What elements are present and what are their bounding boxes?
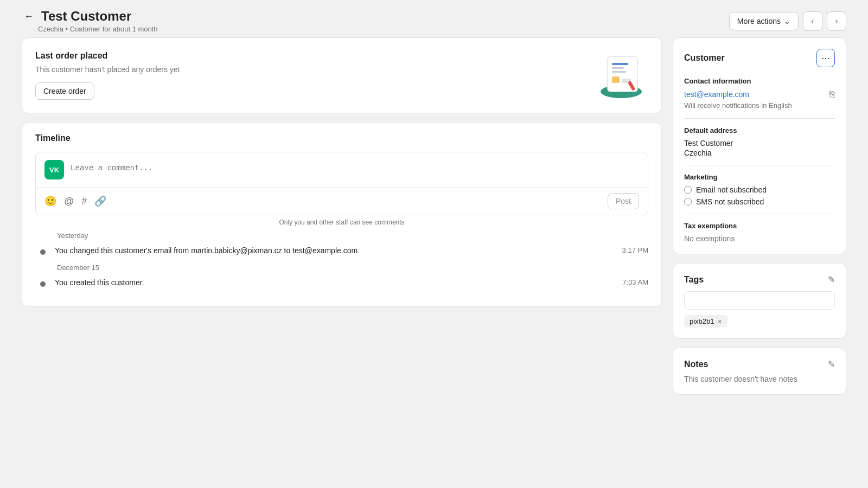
divider — [684, 118, 835, 119]
comment-icons: 🙂 @ # 🔗 — [44, 195, 106, 207]
timeline-card: Timeline VK 🙂 @ # 🔗 Post — [22, 122, 662, 307]
divider — [684, 165, 835, 165]
timeline-event-time: 7:03 AM — [622, 278, 648, 286]
address-country: Czechia — [684, 149, 835, 157]
notes-panel: Notes ✎ This customer doesn't have notes — [673, 348, 846, 395]
chevron-right-icon: › — [835, 16, 838, 26]
staff-note: Only you and other staff can see comment… — [35, 215, 648, 227]
next-button[interactable]: › — [827, 11, 846, 31]
chevron-left-icon: ‹ — [811, 16, 814, 26]
last-order-description: This customer hasn't placed any orders y… — [35, 65, 180, 74]
contact-notification: Will receive notifications in English — [684, 101, 835, 110]
notes-panel-title: Notes — [684, 359, 708, 369]
tag-chip: pixb2b1 × — [684, 315, 727, 328]
back-button[interactable]: ← — [22, 10, 36, 23]
tax-section-title: Tax exemptions — [684, 222, 835, 230]
prev-button[interactable]: ‹ — [803, 11, 822, 31]
marketing-section-title: Marketing — [684, 173, 835, 181]
tags-edit-icon[interactable]: ✎ — [828, 274, 835, 285]
tags-input[interactable] — [684, 291, 835, 310]
tags-panel-title: Tags — [684, 275, 704, 285]
tags-panel: Tags ✎ pixb2b1 × — [673, 263, 846, 339]
hashtag-button[interactable]: # — [81, 195, 87, 207]
tags-panel-header: Tags ✎ — [684, 274, 835, 285]
marketing-email-item: Email not subscribed — [684, 185, 835, 194]
timeline-event: You changed this customer's email from m… — [35, 244, 648, 257]
tags-list: pixb2b1 × — [684, 315, 835, 328]
marketing-sms-item: SMS not subscribed — [684, 197, 835, 206]
marketing-email-label: Email not subscribed — [696, 185, 767, 194]
last-order-title: Last order placed — [35, 51, 180, 61]
timeline-event-time: 3:17 PM — [622, 246, 648, 254]
contact-email-row: test@example.com ⎘ — [684, 89, 835, 99]
svg-rect-5 — [612, 76, 620, 83]
comment-box: VK 🙂 @ # 🔗 Post — [35, 152, 648, 215]
post-button[interactable]: Post — [608, 193, 639, 209]
divider — [684, 214, 835, 214]
timeline-events: Yesterday You changed this customer's em… — [35, 232, 648, 289]
marketing-sms-label: SMS not subscribed — [696, 197, 764, 206]
timeline-event-text: You created this customer. — [55, 278, 616, 287]
timeline-date-dec15: December 15 — [35, 264, 648, 272]
mention-button[interactable]: @ — [64, 195, 74, 207]
more-actions-label: More actions — [737, 17, 781, 25]
timeline-event: You created this customer. 7:03 AM — [35, 276, 648, 289]
timeline-dot — [40, 249, 46, 255]
notes-edit-icon[interactable]: ✎ — [828, 359, 835, 369]
emoji-button[interactable]: 🙂 — [44, 195, 56, 207]
timeline-title: Timeline — [35, 133, 648, 143]
last-order-card: Last order placed This customer hasn't p… — [22, 37, 662, 113]
radio-sms — [684, 198, 692, 206]
link-button[interactable]: 🔗 — [94, 195, 106, 207]
contact-section-title: Contact information — [684, 77, 835, 85]
order-card-left: Last order placed This customer hasn't p… — [35, 51, 180, 100]
customer-panel: Customer ⋯ Contact information test@exam… — [673, 37, 846, 254]
header-actions: More actions ⌄ ‹ › — [729, 11, 846, 31]
notes-text: This customer doesn't have notes — [684, 375, 835, 383]
page-title: Test Customer — [41, 9, 131, 24]
create-order-button[interactable]: Create order — [35, 82, 94, 100]
timeline-event-text: You changed this customer's email from m… — [55, 246, 616, 255]
address-name: Test Customer — [684, 139, 835, 147]
radio-email — [684, 186, 692, 194]
tax-exemptions-value: No exemptions — [684, 234, 835, 243]
customer-options-button[interactable]: ⋯ — [816, 49, 835, 67]
three-dot-icon: ⋯ — [821, 53, 830, 63]
avatar: VK — [44, 160, 64, 179]
timeline-dot — [40, 281, 46, 287]
more-actions-button[interactable]: More actions ⌄ — [729, 12, 799, 30]
svg-rect-4 — [612, 71, 626, 73]
header-subtitle: Czechia • Customer for about 1 month — [38, 25, 158, 33]
comment-toolbar: 🙂 @ # 🔗 Post — [36, 187, 648, 215]
copy-email-icon[interactable]: ⎘ — [829, 89, 835, 99]
timeline-date-yesterday: Yesterday — [35, 232, 648, 240]
timeline-group: Yesterday You changed this customer's em… — [35, 232, 648, 257]
tag-label: pixb2b1 — [690, 317, 714, 325]
comment-input-row: VK — [36, 152, 648, 187]
address-section-title: Default address — [684, 126, 835, 134]
comment-input[interactable] — [71, 160, 639, 175]
customer-panel-title: Customer — [684, 53, 725, 63]
chevron-down-icon: ⌄ — [784, 17, 790, 25]
svg-rect-3 — [612, 67, 624, 69]
timeline-group: December 15 You created this customer. 7… — [35, 264, 648, 289]
order-illustration — [594, 51, 648, 100]
customer-email[interactable]: test@example.com — [684, 90, 749, 99]
notes-panel-header: Notes ✎ — [684, 359, 835, 369]
customer-panel-header: Customer ⋯ — [684, 49, 835, 67]
tag-remove-button[interactable]: × — [718, 318, 722, 325]
svg-rect-2 — [612, 63, 628, 65]
